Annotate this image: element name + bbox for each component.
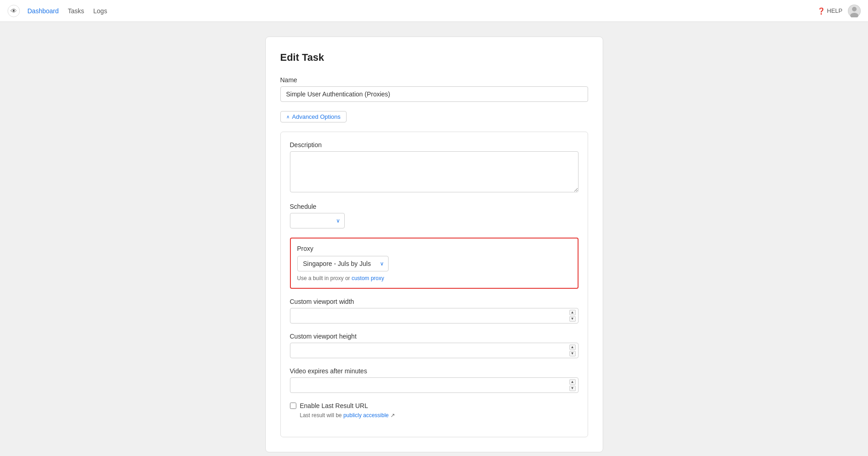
app-logo[interactable]: 👁	[7, 5, 20, 17]
video-expires-section: Video expires after minutes ▲ ▼	[290, 367, 579, 393]
video-expires-spinners: ▲ ▼	[569, 379, 576, 391]
video-expires-wrapper: ▲ ▼	[290, 377, 579, 393]
viewport-width-label: Custom viewport width	[290, 298, 579, 305]
chevron-up-icon: ∧	[286, 114, 289, 119]
svg-point-3	[852, 7, 857, 11]
custom-proxy-link[interactable]: custom proxy	[352, 275, 384, 281]
schedule-select[interactable]: Daily Weekly	[290, 213, 345, 228]
viewport-height-input[interactable]	[290, 343, 579, 358]
last-result-checkbox-label: Enable Last Result URL	[300, 402, 368, 409]
viewport-height-wrapper: ▲ ▼	[290, 343, 579, 358]
proxy-section: Proxy Singapore - Juls by Juls US West E…	[290, 238, 579, 289]
proxy-select-wrapper: Singapore - Juls by Juls US West EU Cent…	[297, 256, 389, 271]
viewport-width-decrement[interactable]: ▼	[569, 316, 576, 322]
navbar-right: ❓ HELP	[817, 5, 861, 17]
publicly-accessible-link[interactable]: publicly accessible	[343, 412, 389, 419]
name-input[interactable]	[280, 86, 588, 102]
viewport-height-spinners: ▲ ▼	[569, 345, 576, 356]
description-input[interactable]	[290, 151, 579, 192]
name-label: Name	[280, 76, 588, 84]
schedule-label: Schedule	[290, 203, 579, 210]
description-label: Description	[290, 141, 579, 148]
video-expires-increment[interactable]: ▲	[569, 379, 576, 385]
last-result-section: Enable Last Result URL Last result will …	[290, 402, 579, 419]
video-expires-decrement[interactable]: ▼	[569, 386, 576, 391]
navbar: 👁 Dashboard Tasks Logs ❓ HELP	[0, 0, 868, 22]
last-result-checkbox[interactable]	[290, 403, 296, 409]
question-icon: ❓	[817, 7, 825, 15]
viewport-width-spinners: ▲ ▼	[569, 310, 576, 322]
name-section: Name	[280, 76, 588, 102]
help-button[interactable]: ❓ HELP	[817, 7, 842, 15]
viewport-height-label: Custom viewport height	[290, 333, 579, 340]
proxy-helper-pre: Use a built in proxy or	[297, 275, 352, 281]
video-expires-label: Video expires after minutes	[290, 367, 579, 375]
advanced-options-toggle[interactable]: ∧ Advanced Options	[280, 111, 347, 122]
advanced-options-label: Advanced Options	[292, 113, 341, 120]
proxy-label: Proxy	[297, 245, 571, 252]
viewport-height-section: Custom viewport height ▲ ▼	[290, 333, 579, 358]
viewport-height-increment[interactable]: ▲	[569, 345, 576, 350]
edit-task-card: Edit Task Name ∧ Advanced Options Descri…	[265, 37, 603, 452]
nav-tasks[interactable]: Tasks	[68, 7, 84, 15]
video-expires-input[interactable]	[290, 377, 579, 393]
help-label: HELP	[827, 7, 842, 14]
viewport-width-section: Custom viewport width ▲ ▼	[290, 298, 579, 323]
nav-logs[interactable]: Logs	[93, 7, 107, 15]
last-result-pre: Last result will be	[300, 412, 343, 419]
proxy-helper-text: Use a built in proxy or custom proxy	[297, 275, 571, 281]
proxy-select[interactable]: Singapore - Juls by Juls US West EU Cent…	[297, 256, 389, 271]
nav-links: Dashboard Tasks Logs	[27, 7, 107, 15]
viewport-height-decrement[interactable]: ▼	[569, 351, 576, 356]
nav-dashboard[interactable]: Dashboard	[27, 7, 59, 15]
page-title: Edit Task	[280, 52, 588, 64]
advanced-section: Description Schedule Daily Weekly ∨ Prox…	[280, 132, 588, 437]
viewport-width-input[interactable]	[290, 308, 579, 323]
viewport-width-increment[interactable]: ▲	[569, 310, 576, 315]
schedule-select-wrapper: Daily Weekly ∨	[290, 213, 345, 228]
schedule-section: Schedule Daily Weekly ∨	[290, 203, 579, 228]
last-result-post: ↗	[389, 412, 395, 419]
description-section: Description	[290, 141, 579, 194]
last-result-checkbox-row: Enable Last Result URL	[290, 402, 579, 409]
svg-text:👁: 👁	[11, 7, 17, 15]
viewport-width-wrapper: ▲ ▼	[290, 308, 579, 323]
page-wrapper: Edit Task Name ∧ Advanced Options Descri…	[0, 22, 868, 456]
avatar[interactable]	[848, 5, 861, 17]
last-result-helper: Last result will be publicly accessible …	[290, 412, 579, 419]
